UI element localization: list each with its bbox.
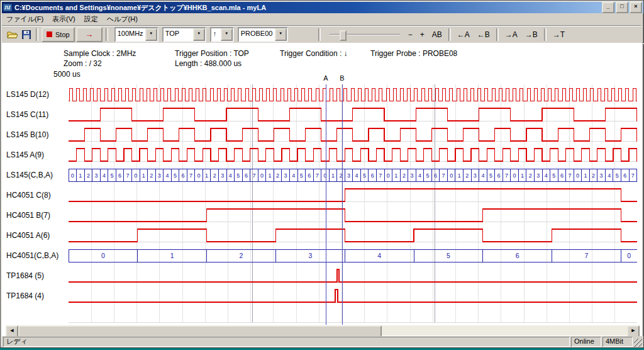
svg-text:5: 5 (616, 172, 619, 179)
svg-text:7: 7 (505, 172, 508, 179)
horizontal-scrollbar[interactable]: ◀ ▶ (6, 325, 640, 336)
toolbar-separator (318, 28, 321, 41)
menu-help[interactable]: ヘルプ(H) (103, 13, 142, 25)
app-window: C:¥Documents and Settings¥noname¥デスクトップ¥… (0, 0, 644, 348)
svg-text:7: 7 (252, 172, 255, 179)
svg-text:2: 2 (529, 172, 532, 179)
scroll-right-icon[interactable]: ▶ (627, 325, 640, 336)
toolbar-separator (496, 28, 499, 41)
waveform-canvas[interactable]: 0123456701234567012345670123456701234567… (2, 43, 642, 336)
svg-text:4: 4 (229, 172, 232, 179)
toolbar-separator (448, 28, 451, 41)
svg-text:0: 0 (323, 172, 326, 179)
svg-text:6: 6 (516, 252, 519, 259)
svg-text:0: 0 (197, 172, 201, 179)
zoom-slider[interactable] (330, 29, 400, 40)
svg-text:1: 1 (268, 172, 271, 179)
svg-text:0: 0 (513, 172, 516, 179)
goto-marker-a-right-button[interactable]: →A (502, 28, 521, 42)
svg-text:4: 4 (377, 252, 381, 259)
svg-text:6: 6 (560, 172, 564, 179)
window-title: C:¥Documents and Settings¥noname¥デスクトップ¥… (14, 3, 601, 13)
svg-text:3: 3 (221, 172, 224, 179)
channel-label: LS145 D(12) (6, 90, 49, 99)
goto-marker-b-right-button[interactable]: →B (522, 28, 541, 42)
svg-text:2: 2 (150, 172, 153, 179)
open-file-button[interactable] (6, 28, 19, 42)
svg-text:2: 2 (276, 172, 279, 179)
svg-text:2: 2 (465, 172, 469, 179)
svg-text:6: 6 (623, 172, 626, 179)
trigger-position-value: TOP (164, 28, 181, 41)
goto-trigger-button[interactable]: →T (550, 28, 568, 42)
trigger-probe-combo[interactable]: PROBE00 ▼ (238, 27, 288, 42)
trigger-edge-combo[interactable]: ↑ ▼ (210, 27, 234, 42)
svg-text:4: 4 (292, 172, 295, 179)
svg-text:4: 4 (103, 172, 106, 179)
chevron-down-icon[interactable]: ▼ (193, 28, 205, 41)
svg-text:1: 1 (142, 172, 145, 179)
svg-text:3: 3 (410, 172, 413, 179)
channel-label: HC4051 B(7) (6, 211, 50, 220)
svg-text:6: 6 (118, 172, 121, 179)
goto-marker-b-left-button[interactable]: ←B (474, 28, 493, 42)
svg-text:2: 2 (402, 172, 406, 179)
svg-text:5: 5 (363, 172, 366, 179)
svg-text:2: 2 (87, 172, 90, 179)
minimize-button[interactable]: _ (602, 2, 614, 13)
channel-label: TP1684 (5) (6, 271, 44, 280)
run-arrow-icon: → (85, 30, 93, 39)
waveform-client-area: Sample Clock : 2MHz Trigger Position : T… (2, 43, 642, 336)
svg-text:1: 1 (394, 172, 397, 179)
svg-text:6: 6 (245, 172, 248, 179)
svg-text:0: 0 (387, 172, 390, 179)
run-button[interactable]: → (76, 27, 103, 42)
scrollbar-thumb[interactable] (18, 325, 382, 336)
trigger-edge-value: ↑ (211, 28, 219, 41)
svg-text:3: 3 (347, 172, 350, 179)
svg-text:5: 5 (300, 172, 303, 179)
svg-text:3: 3 (536, 172, 540, 179)
status-online: Online (571, 337, 601, 347)
chevron-down-icon[interactable]: ▼ (221, 28, 233, 41)
toolbar: Stop → 100MHz ▼ TOP ▼ ↑ ▼ PROBE00 ▼ − + … (2, 26, 644, 43)
scrollbar-track[interactable] (382, 325, 627, 336)
channel-label: HC4051 A(6) (6, 231, 50, 240)
svg-text:6: 6 (434, 172, 437, 179)
channel-label: LS145(C,B,A) (6, 171, 53, 179)
svg-text:0: 0 (134, 172, 137, 179)
floppy-icon (22, 30, 31, 39)
resize-grip[interactable] (634, 339, 642, 347)
chevron-down-icon[interactable]: ▼ (275, 28, 287, 41)
slider-handle[interactable] (340, 30, 347, 41)
svg-text:2: 2 (213, 172, 216, 179)
zoom-in-button[interactable]: + (417, 28, 428, 42)
chevron-down-icon[interactable]: ▼ (145, 28, 157, 41)
svg-text:A: A (323, 74, 328, 82)
svg-text:4: 4 (545, 172, 548, 179)
svg-text:5: 5 (426, 172, 429, 179)
svg-text:7: 7 (568, 172, 571, 179)
maximize-button[interactable]: □ (616, 2, 628, 13)
scroll-left-icon[interactable]: ◀ (6, 325, 18, 336)
status-bar: レディ Online 4MBit (2, 336, 643, 347)
sample-clock-combo[interactable]: 100MHz ▼ (114, 27, 158, 42)
menu-view[interactable]: 表示(V) (48, 13, 80, 25)
stop-button[interactable]: Stop (42, 27, 75, 42)
channel-label: HC4051 C(8) (6, 191, 51, 200)
svg-text:0: 0 (627, 252, 631, 259)
menu-file[interactable]: ファイル(F) (2, 13, 48, 25)
trigger-position-combo[interactable]: TOP ▼ (162, 27, 206, 42)
svg-text:0: 0 (71, 172, 74, 179)
close-button[interactable]: × (630, 2, 642, 13)
menu-settings[interactable]: 設定 (80, 13, 103, 25)
toolbar-separator (36, 28, 38, 41)
zoom-out-button[interactable]: − (405, 28, 416, 42)
save-button[interactable] (19, 28, 33, 42)
toolbar-separator (544, 28, 547, 41)
svg-text:6: 6 (181, 172, 184, 179)
svg-text:3: 3 (284, 172, 287, 179)
ab-range-button[interactable]: AB (429, 28, 445, 42)
svg-text:1: 1 (584, 172, 587, 179)
goto-marker-a-left-button[interactable]: ←A (454, 28, 473, 42)
